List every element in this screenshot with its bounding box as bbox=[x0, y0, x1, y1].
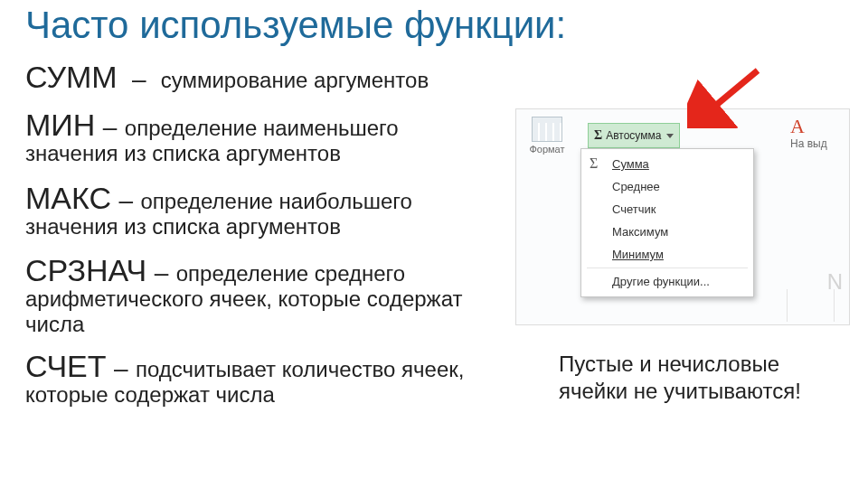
autosum-button[interactable]: Σ Автосумма bbox=[588, 123, 680, 148]
autosum-label: Автосумма bbox=[606, 129, 661, 142]
menu-item-min[interactable]: Минимум bbox=[581, 243, 753, 266]
fn-desc: подсчитывает количество ячеек, bbox=[136, 357, 464, 381]
fn-desc: определение наименьшего bbox=[125, 116, 399, 140]
sigma-icon: Σ bbox=[594, 128, 602, 143]
menu-item-count[interactable]: Счетчик bbox=[581, 198, 753, 221]
column-letter: N bbox=[827, 269, 843, 295]
def-min: МИН – определение наименьшего значения и… bbox=[25, 108, 495, 166]
format-button[interactable]: Формат bbox=[523, 117, 571, 155]
dash: – bbox=[118, 186, 133, 214]
autosum-menu: Сумма Среднее Счетчик Максимум Минимум Д… bbox=[580, 148, 754, 297]
fn-name: СУММ bbox=[25, 60, 118, 94]
ribbon-side-group: А На выд bbox=[790, 116, 844, 150]
menu-item-sum[interactable]: Сумма bbox=[581, 153, 753, 175]
format-icon bbox=[532, 117, 562, 142]
dash: – bbox=[103, 113, 118, 141]
def-schet: СЧЕТ – подсчитывает количество ячеек, ко… bbox=[25, 349, 495, 408]
menu-separator bbox=[587, 267, 748, 268]
def-summ: СУММ – суммирование аргументов bbox=[25, 60, 495, 95]
excel-ribbon-fragment: Формат Σ Автосумма А На выд Сумма Средне… bbox=[515, 108, 850, 325]
font-color-icon: А bbox=[790, 116, 844, 137]
def-srznach: СРЗНАЧ – определение среднего арифметиче… bbox=[25, 253, 495, 336]
function-definitions: СУММ – суммирование аргументов МИН – опр… bbox=[25, 54, 495, 413]
format-label: Формат bbox=[523, 144, 571, 155]
slide-title: Часто используемые функции: bbox=[25, 5, 566, 45]
menu-item-average[interactable]: Среднее bbox=[581, 175, 753, 198]
fn-desc-cont: значения из списка аргументов bbox=[25, 214, 495, 239]
grid-line bbox=[787, 289, 788, 322]
fn-desc-cont: которые содержат числа bbox=[25, 382, 495, 408]
fn-desc: определение среднего bbox=[176, 261, 405, 286]
def-max: МАКС – определение наибольшего значения … bbox=[25, 181, 495, 239]
fn-desc: суммирование аргументов bbox=[161, 68, 429, 92]
fn-desc-cont: значения из списка аргументов bbox=[25, 141, 495, 166]
fn-name: МИН bbox=[25, 108, 95, 142]
chevron-down-icon bbox=[666, 134, 674, 138]
fn-name: МАКС bbox=[25, 181, 111, 215]
dash: – bbox=[114, 354, 128, 382]
fn-desc: определение наибольшего bbox=[140, 189, 411, 213]
fn-desc-cont: арифметического ячеек, которые содержат … bbox=[25, 286, 495, 336]
fn-name: СЧЕТ bbox=[25, 349, 107, 383]
fn-name: СРЗНАЧ bbox=[25, 253, 146, 287]
dash: – bbox=[155, 258, 169, 286]
dash: – bbox=[125, 65, 153, 93]
menu-item-more[interactable]: Другие функции... bbox=[581, 270, 753, 293]
ribbon-side-label: На выд bbox=[790, 137, 827, 150]
footnote: Пустые и нечисловые ячейки не учитываютс… bbox=[559, 351, 848, 405]
menu-item-max[interactable]: Максимум bbox=[581, 221, 753, 243]
